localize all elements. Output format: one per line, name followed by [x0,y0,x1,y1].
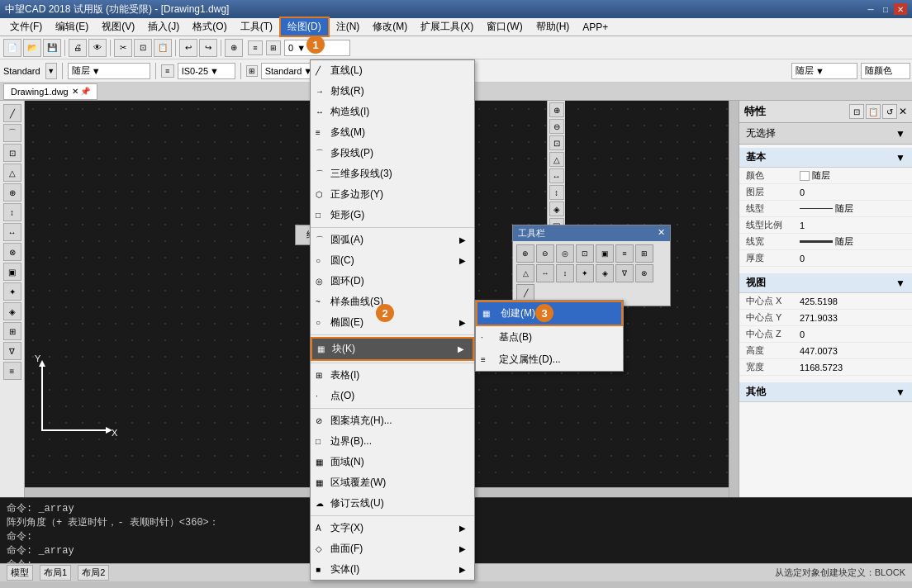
print-preview-button[interactable]: 👁 [88,39,107,57]
props-value-thickness[interactable]: 0 [800,254,905,263]
menu-format[interactable]: 格式(O) [186,18,233,36]
ft-btn-14[interactable]: ⊗ [635,264,653,282]
dm-polyline[interactable]: ⌒多段线(P) [311,143,474,164]
draw-tool-2[interactable]: ⌒ [3,124,21,142]
zoom-button[interactable]: ⊕ [225,39,243,57]
ft-btn-3[interactable]: ◎ [556,244,574,263]
menu-app[interactable]: APP+ [576,20,615,35]
ft-btn-13[interactable]: ∇ [615,264,634,282]
model-tab[interactable]: 模型 [7,565,33,581]
menu-view[interactable]: 视图(V) [95,18,141,36]
dm-surface[interactable]: ◇曲面(F)▶ [311,538,474,559]
layer-props-button[interactable]: ⊞ [266,40,281,55]
dm-region[interactable]: ▦面域(N) [311,452,474,472]
rt-tool-2[interactable]: ⊖ [549,119,564,134]
draw-tool-11[interactable]: ◈ [3,302,21,320]
dm-rect[interactable]: □矩形(G) [311,205,474,225]
paste-button[interactable]: 📋 [154,39,172,57]
dm-hatch[interactable]: ⊘图案填充(H)... [311,410,474,431]
floating-toolbar-header[interactable]: 工具栏 ✕ [513,225,670,241]
ft-btn-2[interactable]: ⊖ [536,244,554,263]
rt-tool-6[interactable]: ↕ [549,185,564,200]
dm-circle[interactable]: ○圆(C)▶ [311,250,474,271]
sm-base[interactable]: · 基点(B) [476,326,623,349]
ft-btn-5[interactable]: ▣ [596,244,614,263]
ft-btn-7[interactable]: ⊞ [635,244,653,263]
draw-tool-3[interactable]: ⊡ [3,144,21,162]
ft-btn-1[interactable]: ⊕ [516,244,534,263]
dm-polygon[interactable]: ⬡正多边形(Y) [311,184,474,205]
draw-tool-14[interactable]: ≡ [3,362,21,380]
layer2-dropdown[interactable]: 随层 ▼ [791,63,857,79]
copy-button[interactable]: ⊡ [134,39,152,57]
redo-button[interactable]: ↪ [199,39,217,57]
props-copy-btn[interactable]: ⊡ [849,104,864,119]
menu-tools[interactable]: 工具(T) [234,18,279,36]
maximize-button[interactable]: □ [879,3,892,15]
ft-btn-6[interactable]: ≡ [615,244,634,263]
props-paste-btn[interactable]: 📋 [866,104,881,119]
dm-revcloud[interactable]: ☁修订云线(U) [311,493,474,514]
dm-arc[interactable]: ⌒圆弧(A)▶ [311,230,474,250]
draw-tool-8[interactable]: ⊗ [3,243,21,261]
draw-tool-12[interactable]: ⊞ [3,322,21,340]
draw-tool-1[interactable]: ╱ [3,104,21,122]
floating-toolbar-close[interactable]: ✕ [658,227,665,239]
draw-tool-5[interactable]: ⊕ [3,183,21,202]
rt-tool-5[interactable]: ↔ [549,168,564,183]
props-section-other-header[interactable]: 其他 ▼ [739,382,912,402]
props-value-cz[interactable]: 0 [800,330,905,339]
draw-tool-6[interactable]: ↕ [3,203,21,221]
save-button[interactable]: 💾 [43,39,61,57]
dm-boundary[interactable]: □边界(B)... [311,431,474,452]
open-file-button[interactable]: 📂 [23,39,41,57]
tab-pin-button[interactable]: 📌 [80,87,90,96]
props-value-width[interactable]: 1168.5723 [800,363,905,372]
props-refresh-btn[interactable]: ↺ [882,104,897,119]
tb2-dropdown-btn[interactable]: ▼ [45,63,57,79]
rt-tool-4[interactable]: △ [549,152,564,167]
draw-tool-13[interactable]: ∇ [3,342,21,360]
dm-block[interactable]: ▦块(K)▶ [311,337,474,361]
cut-button[interactable]: ✂ [114,39,132,57]
minimize-button[interactable]: ─ [864,3,877,15]
dm-ray[interactable]: →射线(R) [311,81,474,102]
props-value-cx[interactable]: 425.5198 [800,296,905,306]
properties-close-button[interactable]: ✕ [899,106,907,117]
layout2-tab[interactable]: 布局2 [78,565,109,581]
dm-wipeout[interactable]: ▦区域覆差(W) [311,472,474,493]
dm-point[interactable]: ·点(O) [311,386,474,406]
rt-tool-1[interactable]: ⊕ [549,102,564,117]
no-selection-arrow[interactable]: ▼ [895,128,905,140]
menu-help[interactable]: 帮助(H) [530,18,577,36]
layout1-tab[interactable]: 布局1 [40,565,71,581]
print-button[interactable]: 🖨 [69,39,87,57]
draw-tool-4[interactable]: △ [3,164,21,182]
dm-multiline[interactable]: ≡多线(M) [311,122,474,143]
iso-dropdown[interactable]: IS0-25 ▼ [178,63,235,79]
menu-draw[interactable]: 绘图(D) [279,17,330,37]
undo-button[interactable]: ↩ [179,39,197,57]
menu-annotate[interactable]: 注(N) [330,18,367,36]
new-file-button[interactable]: 📄 [3,39,21,57]
canvas-scrollbar-vertical[interactable] [729,101,739,497]
props-value-linescale[interactable]: 1 [800,220,905,230]
dm-line[interactable]: ╱直线(L) [311,60,474,81]
ft-btn-10[interactable]: ↕ [556,264,574,282]
ft-btn-11[interactable]: ✦ [576,264,594,282]
draw-tool-10[interactable]: ✦ [3,282,21,301]
menu-modify[interactable]: 修改(M) [366,18,414,36]
props-value-linewidth[interactable]: 随层 [800,235,905,248]
menu-extend[interactable]: 扩展工具(X) [414,18,480,36]
ft-btn-4[interactable]: ⊡ [576,244,594,263]
dm-text[interactable]: A文字(X)▶ [311,518,474,538]
std-icon[interactable]: ⊞ [246,65,258,77]
close-button[interactable]: ✕ [894,3,907,15]
layer-icon[interactable]: ≡ [248,40,263,55]
props-value-color[interactable]: 随层 [800,169,905,182]
dm-table[interactable]: ⊞表格(I) [311,365,474,386]
props-value-layer[interactable]: 0 [800,187,905,197]
ft-btn-9[interactable]: ↔ [536,264,554,282]
draw-tool-9[interactable]: ▣ [3,263,21,281]
props-section-view-header[interactable]: 视图 ▼ [739,273,912,293]
